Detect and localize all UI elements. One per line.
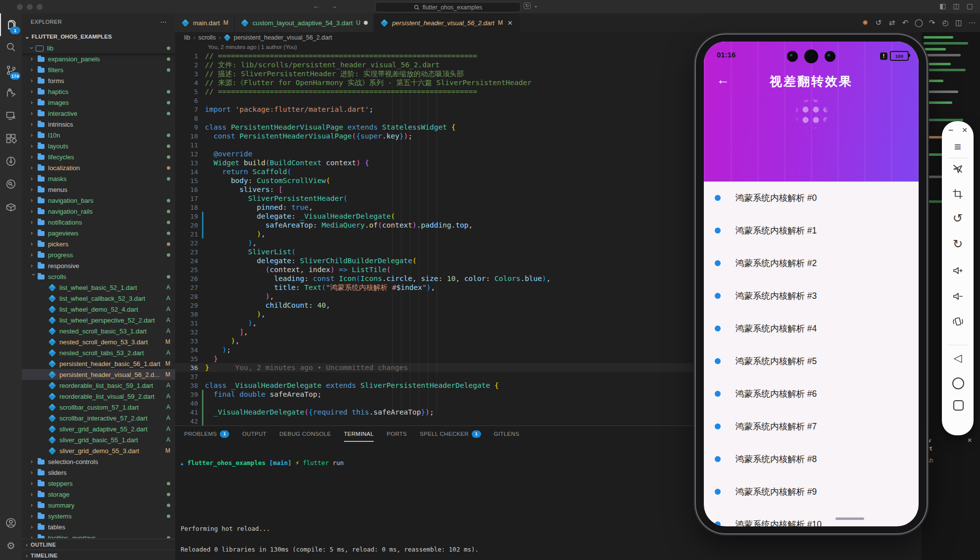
tree-row[interactable]: › persistent_header_basic_56_1.dart M [22, 358, 175, 369]
copilot-sparkle-icon[interactable]: ✹ [861, 18, 869, 27]
tree-row[interactable]: › pickers [22, 238, 175, 249]
pointer-disabled-icon[interactable] [942, 163, 974, 177]
tree-row[interactable]: › scrollbar_interactive_57_2.dart A [22, 413, 175, 423]
tree-row[interactable]: › localization [22, 162, 175, 173]
panel-tab[interactable]: SPELL CHECKER 1 [420, 426, 481, 442]
tree-row[interactable]: › reorderable_list_basic_59_1.dart A [22, 380, 175, 391]
tree-row[interactable]: › list_wheel_basic_52_1.dart A [22, 282, 175, 293]
toggle-panel-icon[interactable]: ◫ [953, 2, 960, 10]
tree-row[interactable]: › filters [22, 64, 175, 75]
toggle-sidebar-icon[interactable]: ◧ [939, 2, 946, 10]
tree-row[interactable]: › notifications [22, 217, 175, 228]
tree-row-lib[interactable]: › lib [22, 43, 175, 53]
tree-row[interactable]: › sliders [22, 467, 175, 478]
tree-row[interactable]: › lifecycles [22, 151, 175, 162]
tree-row[interactable]: › sliver_grid_basic_55_1.dart A [22, 434, 175, 445]
android-recents-button[interactable] [953, 400, 964, 411]
collapse-chevron-icon[interactable]: ∨ [928, 437, 932, 444]
close-icon[interactable]: ✕ [967, 437, 972, 444]
workspace-root-row[interactable]: ⌄ FLUTTER_OHOS_EXAMPLES [22, 31, 175, 43]
history-back-button[interactable]: ← [313, 2, 320, 10]
tree-row[interactable]: › pageviews [22, 228, 175, 238]
sidebar-item-run-debug[interactable] [0, 82, 22, 104]
tree-row[interactable]: › forms [22, 75, 175, 86]
tree-row[interactable]: › responsive [22, 260, 175, 271]
tree-row[interactable]: › list_wheel_demo_52_4.dart A [22, 304, 175, 315]
list-item[interactable]: 鸿蒙系统内核解析 #10 [704, 508, 919, 526]
breadcrumb-item[interactable]: scrolls [198, 34, 216, 41]
timeline-section[interactable]: › TIMELINE [22, 550, 175, 560]
more-actions-icon[interactable]: ⋯ [160, 18, 167, 26]
panel-tab[interactable]: DEBUG CONSOLE [279, 426, 331, 442]
tree-row[interactable]: › sliver_grid_demo_55_3.dart M [22, 445, 175, 456]
sidebar-item-containers[interactable] [0, 195, 22, 218]
panel-tab[interactable]: PROBLEMS 1 [184, 426, 229, 442]
list-item[interactable]: 鸿蒙系统内核解析 #5 [704, 345, 919, 377]
rotate-left-icon[interactable]: ↺ [942, 211, 974, 225]
split-editor-icon[interactable]: ◫ [955, 18, 963, 27]
tree-row[interactable]: › list_wheel_callback_52_3.dart A [22, 293, 175, 304]
sidebar-item-explorer[interactable]: 1 [0, 13, 22, 36]
nav-current-icon[interactable]: ◯ [915, 18, 923, 27]
gesture-bar[interactable] [835, 517, 864, 520]
tree-row[interactable]: › navigation_rails [22, 206, 175, 217]
tree-row[interactable]: › selection-controls [22, 456, 175, 467]
sidebar-item-commit-graph[interactable] [0, 150, 22, 173]
list-item[interactable]: 鸿蒙系统内核解析 #6 [704, 377, 919, 410]
tree-row[interactable]: › layouts [22, 140, 175, 151]
panel-tab[interactable]: TERMINAL [344, 426, 374, 442]
tree-row[interactable]: › navigation_bars [22, 195, 175, 206]
list-item[interactable]: 鸿蒙系统内核解析 #8 [704, 443, 919, 475]
list-item[interactable]: 鸿蒙系统内核解析 #3 [704, 280, 919, 312]
sidebar-item-search-commits[interactable] [0, 173, 22, 195]
run-recent-icon[interactable]: ◴ [941, 18, 949, 27]
tree-row[interactable]: › scrollbar_custom_57_1.dart A [22, 402, 175, 413]
command-center-search[interactable]: flutter_ohos_examples [375, 2, 521, 12]
nav-forward-icon[interactable]: ↷ [928, 18, 936, 27]
tree-row[interactable]: › systems [22, 511, 175, 521]
tree-row[interactable]: › steppers [22, 478, 175, 489]
nav-back-icon[interactable]: ↶ [901, 18, 909, 27]
crop-icon[interactable] [942, 188, 974, 201]
tree-row[interactable]: › expansion_panels [22, 53, 175, 64]
panel-tab[interactable]: OUTPUT [242, 426, 266, 442]
tree-row[interactable]: › persistent_header_visual_56_2.d... M [22, 369, 175, 380]
timeline-history-icon[interactable]: ↺ [875, 18, 882, 27]
close-traffic-light[interactable] [17, 4, 23, 10]
volume-down-icon[interactable] [942, 290, 974, 304]
tree-row[interactable]: › tooltips_overlays [22, 532, 175, 538]
tree-row[interactable]: › tables [22, 521, 175, 532]
account-button[interactable] [0, 512, 22, 534]
terminal[interactable]: ▲flutter_ohos_examples [main] ⚡ flutter … [181, 446, 479, 560]
tree-row[interactable]: › nested_scroll_basic_53_1.dart A [22, 326, 175, 336]
settings-button[interactable]: ⚙ [0, 534, 22, 557]
tree-row[interactable]: › interactive [22, 108, 175, 119]
menu-icon[interactable]: ≡ [942, 140, 974, 154]
sidebar-item-extensions[interactable] [0, 127, 22, 150]
editor-tab[interactable]: main.dart M ✕ [175, 13, 235, 32]
volume-up-icon[interactable] [942, 265, 974, 279]
sidebar-item-remote-explorer[interactable] [0, 104, 22, 127]
breadcrumb-file[interactable]: persistent_header_visual_56_2.dart [234, 34, 332, 41]
compare-changes-icon[interactable]: ⇄ [888, 18, 896, 27]
list-item[interactable]: 鸿蒙系统内核解析 #4 [704, 312, 919, 345]
list-item[interactable]: 鸿蒙系统内核解析 #0 [704, 182, 919, 214]
android-home-button[interactable] [952, 377, 964, 389]
panel-tab[interactable]: PORTS [387, 426, 407, 442]
tree-row[interactable]: › scrolls [22, 271, 175, 282]
close-icon[interactable]: ✕ [507, 19, 513, 27]
tree-row[interactable]: › intrinsics [22, 119, 175, 130]
workspace-control[interactable]: ↻⌄ [524, 2, 538, 9]
tree-row[interactable]: › images [22, 97, 175, 108]
tree-row[interactable]: › haptics [22, 86, 175, 97]
tree-row[interactable]: › summary [22, 500, 175, 511]
tree-row[interactable]: › l10n [22, 130, 175, 140]
tree-row[interactable]: › masks [22, 173, 175, 184]
android-back-button[interactable]: ◁ [942, 352, 974, 365]
minimize-traffic-light[interactable] [27, 4, 33, 10]
outline-section[interactable]: › OUTLINE [22, 539, 175, 550]
tree-row[interactable]: › progress [22, 249, 175, 260]
history-forward-button[interactable]: → [331, 2, 338, 10]
customize-layout-icon[interactable]: ▢ [967, 2, 973, 10]
tree-row[interactable]: › nested_scroll_tabs_53_2.dart A [22, 347, 175, 358]
